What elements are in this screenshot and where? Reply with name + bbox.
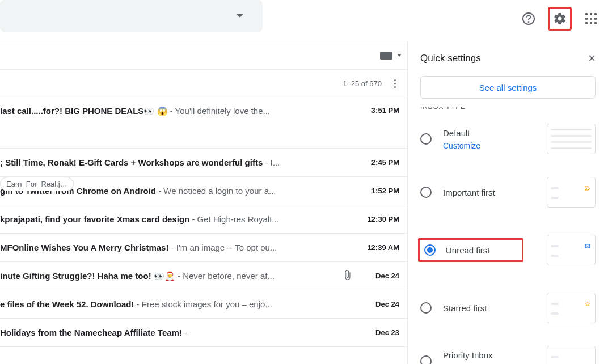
thumb-unread bbox=[547, 235, 596, 265]
option-default[interactable]: Default Customize bbox=[420, 112, 596, 166]
mail-row[interactable]: MFOnline Wishes You A Merry Christmas! -… bbox=[0, 234, 407, 262]
mail-time: Dec 24 bbox=[357, 300, 399, 308]
mail-row[interactable]: inute Gifting Struggle?! Haha me too! 👀🎅… bbox=[0, 262, 407, 290]
radio-starred[interactable] bbox=[420, 302, 432, 314]
option-priority[interactable]: Priority Inbox Customize bbox=[420, 335, 596, 364]
input-tools-icon[interactable] bbox=[380, 52, 392, 60]
mail-text: kprajapati, find your favorite Xmas card… bbox=[0, 214, 357, 224]
radio-unread[interactable] bbox=[424, 244, 436, 256]
customize-default[interactable]: Customize bbox=[443, 141, 535, 150]
thumb-important bbox=[547, 177, 596, 208]
important-marker-icon bbox=[584, 185, 592, 191]
close-icon[interactable]: × bbox=[588, 51, 596, 66]
header-icons bbox=[517, 7, 602, 31]
toolbar-row bbox=[0, 41, 407, 70]
settings-title: Quick settings bbox=[420, 53, 481, 64]
input-tools-dropdown[interactable] bbox=[397, 54, 402, 57]
mail-time: 3:51 PM bbox=[357, 106, 399, 115]
label-starred: Starred first bbox=[443, 303, 535, 313]
mail-row[interactable]: e files of the Week 52. Download! - Free… bbox=[0, 290, 407, 319]
apps-button[interactable] bbox=[580, 7, 602, 30]
mail-row[interactable]: kprajapati, find your favorite Xmas card… bbox=[0, 205, 407, 234]
mail-text: ; Still Time, Ronak! E-Gift Cards + Work… bbox=[0, 158, 357, 167]
star-icon bbox=[584, 301, 592, 307]
gear-icon bbox=[553, 12, 567, 26]
thumb-default bbox=[547, 124, 596, 154]
mail-row[interactable]: Holidays from the Namecheap Affiliate Te… bbox=[0, 319, 407, 347]
mail-time: 2:45 PM bbox=[357, 158, 399, 167]
mail-row[interactable]: ; Still Time, Ronak! E-Gift Cards + Work… bbox=[0, 149, 407, 177]
more-button[interactable] bbox=[391, 79, 399, 88]
thumb-priority bbox=[547, 346, 596, 364]
mail-time: 12:39 AM bbox=[357, 243, 399, 252]
attachment-icon bbox=[338, 270, 357, 282]
pagination-row: 1–25 of 670 bbox=[0, 70, 407, 98]
apps-grid-icon bbox=[585, 13, 597, 24]
settings-button[interactable] bbox=[551, 10, 569, 28]
mail-time: 12:30 PM bbox=[357, 215, 399, 223]
mail-list: last call.....for?! BIG PHONE DEALS👀 😱 -… bbox=[0, 98, 407, 347]
radio-priority[interactable] bbox=[420, 355, 432, 364]
attachment-chip[interactable]: Earn_For_Real.j… bbox=[0, 177, 74, 191]
radio-important[interactable] bbox=[420, 187, 432, 198]
option-text: Default Customize bbox=[443, 128, 535, 150]
help-button[interactable] bbox=[517, 7, 540, 30]
caret-down-icon bbox=[237, 14, 243, 18]
label-priority: Priority Inbox bbox=[443, 350, 535, 360]
label-unread: Unread first bbox=[446, 246, 490, 255]
mail-text: Holidays from the Namecheap Affiliate Te… bbox=[0, 328, 357, 337]
label-default: Default bbox=[443, 128, 535, 138]
mail-text: inute Gifting Struggle?! Haha me too! 👀🎅… bbox=[0, 271, 338, 281]
see-all-settings-button[interactable]: See all settings bbox=[420, 76, 596, 99]
mail-text: e files of the Week 52. Download! - Free… bbox=[0, 299, 357, 309]
option-unread[interactable]: Unread first bbox=[420, 219, 596, 281]
mail-time: Dec 24 bbox=[357, 272, 399, 280]
quick-settings-panel: Quick settings × See all settings INBOX … bbox=[407, 41, 608, 364]
radio-default[interactable] bbox=[420, 133, 432, 145]
mail-row[interactable]: last call.....for?! BIG PHONE DEALS👀 😱 -… bbox=[0, 98, 407, 149]
search-options-button[interactable] bbox=[229, 5, 251, 27]
settings-header: Quick settings × bbox=[420, 46, 596, 76]
mail-text: MFOnline Wishes You A Merry Christmas! -… bbox=[0, 243, 357, 252]
help-icon bbox=[522, 12, 535, 26]
thumb-starred bbox=[547, 293, 596, 323]
mail-time: 1:52 PM bbox=[357, 187, 399, 195]
settings-highlight bbox=[548, 7, 572, 31]
option-important[interactable]: Important first bbox=[420, 166, 596, 219]
label-important: Important first bbox=[443, 188, 535, 197]
svg-point-1 bbox=[529, 22, 529, 22]
section-inbox-type: INBOX TYPE bbox=[420, 107, 596, 112]
pagination-text: 1–25 of 670 bbox=[343, 79, 382, 88]
mail-text: last call.....for?! BIG PHONE DEALS👀 😱 -… bbox=[0, 106, 357, 116]
mail-icon bbox=[584, 243, 592, 249]
search-bar[interactable] bbox=[0, 0, 263, 32]
option-starred[interactable]: Starred first bbox=[420, 281, 596, 335]
unread-highlight: Unread first bbox=[418, 238, 523, 262]
mail-time: Dec 23 bbox=[357, 328, 399, 337]
mail-area: 1–25 of 670 last call.....for?! BIG PHON… bbox=[0, 41, 407, 364]
